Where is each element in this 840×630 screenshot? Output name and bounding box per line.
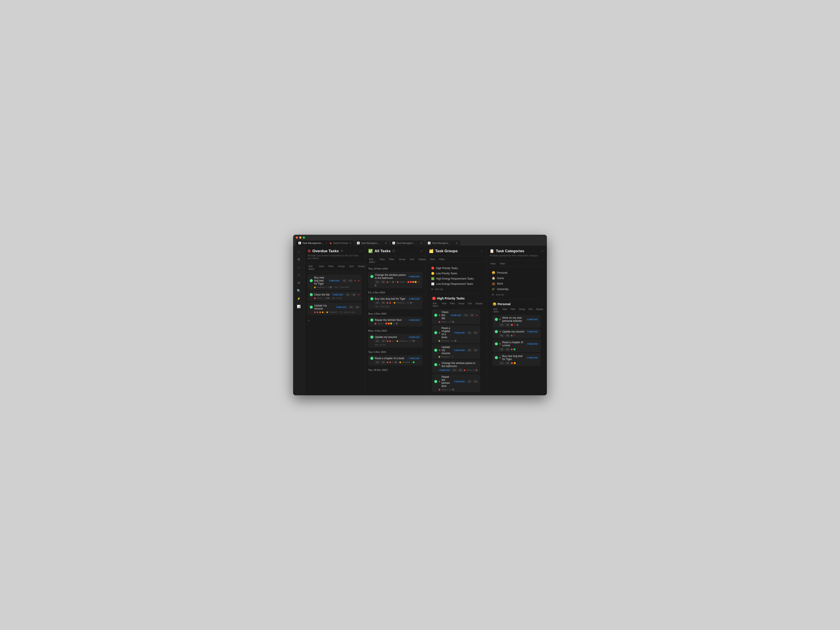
cat-work-label: Work — [497, 282, 503, 285]
cats-view-btn[interactable]: View — [489, 262, 497, 265]
tab-2[interactable]: N Task Management Template ✕ — [354, 240, 389, 246]
date-label-dec3: Sun, 3 Dec 2023 — [368, 313, 422, 315]
personal-task-3-check[interactable] — [495, 343, 498, 346]
overdue-group-btn[interactable]: Group — [337, 264, 346, 271]
sidebar-inbox-icon[interactable]: ✉ — [295, 279, 302, 286]
personal-section-title: 😀 Personal — [489, 300, 544, 307]
hp-task-2-name: Read a chapter of a book — [442, 327, 452, 339]
group-item-high-priority[interactable]: 🔴 High Priority Tasks — [429, 265, 483, 271]
all-task-2-check[interactable] — [370, 297, 373, 300]
cats-filter-btn[interactable]: Filter — [499, 262, 506, 265]
all-task-4-check[interactable] — [370, 336, 373, 339]
task-check-3[interactable] — [310, 306, 313, 309]
all-task-5-check[interactable] — [370, 357, 373, 360]
hp-group-btn[interactable]: Group — [458, 302, 465, 308]
hp-task-4-check[interactable] — [434, 363, 437, 366]
groups-view-btn[interactable]: View — [429, 257, 436, 261]
personal-task-4-check[interactable] — [495, 356, 498, 359]
cat-home[interactable]: 🏠 Home — [489, 275, 544, 281]
all-task-4: Update my resume # todo (1m) +1 +2 • — [368, 334, 422, 347]
sidebar-calendar-icon[interactable]: □ — [295, 272, 302, 278]
overdue-filter-btn[interactable]: Filter — [327, 264, 335, 271]
sidebar-nav-back[interactable]: ‹ — [295, 248, 302, 255]
personal-task-2-name: Update my resume — [502, 330, 525, 333]
all-tasks-more[interactable]: ··· — [420, 249, 423, 253]
hp-sort-btn[interactable]: Sort — [467, 302, 473, 308]
tab-1[interactable]: N Task Management Template | 🔖 Search No… — [296, 240, 354, 246]
all-task-5-meta: +1 +2 • Personal • — [370, 361, 420, 364]
cat-add-tab[interactable]: ⊕ Add tab — [489, 292, 544, 297]
all-display-btn[interactable]: Display — [418, 257, 426, 264]
traffic-lights — [296, 237, 544, 238]
minimize-button[interactable] — [299, 237, 302, 238]
sidebar-home-icon[interactable]: ⊞ — [295, 256, 302, 263]
all-view-btn[interactable]: View — [379, 257, 386, 264]
all-task-1-check[interactable] — [370, 275, 373, 278]
overdue-view-btn[interactable]: View — [318, 264, 325, 271]
personal-view-btn[interactable]: View — [502, 308, 508, 313]
date-group-dec19: Tue, 19 Dec 2023 — [368, 369, 422, 371]
hp-task-2-meta: Personal • — [434, 340, 478, 342]
personal-tasks-list: Work on my new personal website # todo (… — [489, 315, 544, 366]
task-check-1[interactable] — [310, 279, 313, 282]
personal-filter-btn[interactable]: Filter — [510, 308, 516, 313]
cat-university[interactable]: 🎓 University — [489, 286, 544, 292]
personal-editquery-btn[interactable]: Edit query — [493, 308, 500, 313]
task-categories-more[interactable]: ··· — [541, 249, 544, 253]
sidebar-share-icon[interactable]: 📊 — [295, 303, 302, 310]
all-tasks-panel: ✅ All Tasks ⓘ ··· Edit query View Filter… — [365, 246, 426, 395]
personal-task-1-check[interactable] — [495, 318, 498, 321]
overdue-sort-btn[interactable]: Sort — [348, 264, 354, 271]
hp-task-3-check[interactable] — [434, 349, 437, 352]
hp-display-btn[interactable]: Display — [474, 302, 483, 308]
personal-task-2-check[interactable] — [495, 330, 498, 333]
hp-editquery-btn[interactable]: Edit query — [432, 302, 439, 308]
hp-filter-btn[interactable]: Filter — [449, 302, 456, 308]
task-1-due: Thu, 7 Dec 2023 — [335, 286, 349, 288]
personal-sort-btn[interactable]: Sort — [527, 308, 533, 313]
hp-task-1-check[interactable] — [434, 314, 437, 317]
cat-personal[interactable]: 😀 Personal — [489, 270, 544, 275]
all-filter-btn[interactable]: Filter — [388, 257, 395, 264]
group-item-high-energy[interactable]: 🟩 High Energy Requirement Tasks — [429, 276, 483, 281]
personal-task-3: Read a chapter of a book # todo (1m) +1 … — [493, 339, 541, 352]
task-groups-more[interactable]: ··· — [481, 249, 483, 253]
close-button[interactable] — [296, 237, 298, 238]
personal-display-btn[interactable]: Display — [535, 308, 544, 313]
cat-work[interactable]: 💼 Work — [489, 281, 544, 286]
task-check-2[interactable] — [310, 293, 313, 296]
overdue-editquery-btn[interactable]: Edit query — [308, 264, 316, 271]
tab-4[interactable]: N Task Management Template ✕ — [425, 240, 460, 246]
add-task-btn[interactable]: + — [308, 316, 362, 325]
tab-1-close[interactable]: ✕ — [350, 242, 351, 244]
groups-filter-btn[interactable]: Filter — [438, 257, 445, 261]
group-item-add-tab[interactable]: ⊕ Add tab — [429, 287, 483, 292]
hp-task-1-tag: # todo (1m) — [450, 314, 462, 317]
sidebar-search2-icon[interactable]: 🔍 — [295, 287, 302, 294]
hp-view-btn[interactable]: View — [441, 302, 448, 308]
sidebar-settings-icon[interactable]: ⚡ — [295, 295, 302, 302]
task-2-badge2: +2 — [351, 293, 356, 296]
all-group-btn[interactable]: Group — [398, 257, 406, 264]
overdue-more-btn[interactable]: ··· — [359, 249, 362, 253]
maximize-button[interactable] — [303, 237, 305, 238]
all-editquery-btn[interactable]: Edit query — [368, 257, 376, 264]
overdue-display-btn[interactable]: Display — [357, 264, 365, 271]
tab-2-close[interactable]: ✕ — [385, 242, 387, 244]
group-item-low-priority[interactable]: 🟡 Low Priority Tasks — [429, 271, 483, 276]
tab-3[interactable]: N Task Management Template ✕ — [390, 240, 425, 246]
tab-1-search: Search Nodes — [333, 242, 349, 244]
tab-3-close[interactable]: ✕ — [420, 242, 422, 244]
tab-4-close[interactable]: ✕ — [456, 242, 458, 244]
sidebar-search-icon[interactable]: ⌂ — [295, 264, 302, 271]
all-task-3-check[interactable] — [370, 319, 373, 322]
all-tasks-title: ✅ All Tasks ⓘ ··· — [368, 249, 422, 253]
all-tasks-info: ⓘ — [392, 249, 395, 253]
hp-task-5-check[interactable] — [434, 380, 437, 383]
group-item-low-energy[interactable]: ⬜ Low Energy Requirement Tasks — [429, 281, 483, 287]
hp-task-2-check[interactable] — [434, 331, 437, 334]
personal-group-btn[interactable]: Group — [518, 308, 526, 313]
tab-2-title: Task Management Template — [361, 242, 381, 244]
cat-personal-label: Personal — [497, 271, 507, 274]
all-sort-btn[interactable]: Sort — [409, 257, 415, 264]
